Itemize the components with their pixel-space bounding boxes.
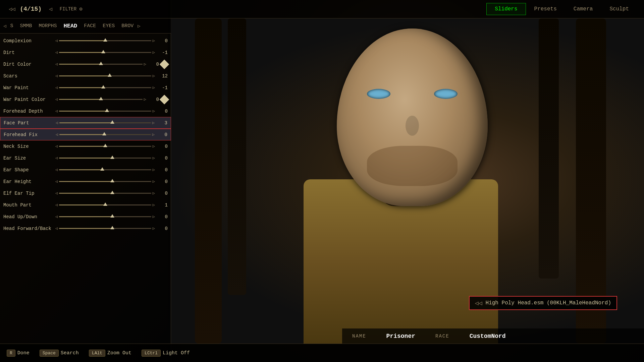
slider-left-arrow-complexion[interactable]: ◁ (55, 38, 58, 43)
slider-left-arrow-head-forwardback[interactable]: ◁ (55, 226, 58, 231)
slider-track-head-updown[interactable] (59, 216, 151, 217)
slider-track-ear-shape[interactable] (59, 169, 151, 170)
slider-label-elf-ear-tip: Elf Ear Tip (3, 191, 55, 196)
slider-left-arrow-forehead-depth[interactable]: ◁ (55, 109, 58, 114)
tab-sliders[interactable]: Sliders (486, 3, 526, 15)
slider-left-arrow-mouth-part[interactable]: ◁ (55, 202, 58, 207)
nav-tab-brov[interactable]: BROV (119, 22, 136, 30)
tab-sculpt[interactable]: Sculpt (601, 3, 637, 15)
slider-left-arrow-dirt[interactable]: ◁ (55, 50, 58, 55)
slider-right-arrow-scars[interactable]: ▷ (153, 73, 155, 78)
slider-right-arrow-dirt-color[interactable]: ▷ (144, 62, 146, 67)
slider-track-war-paint[interactable] (59, 87, 151, 88)
slider-track-mouth-part[interactable] (59, 204, 151, 205)
slider-left-arrow-ear-shape[interactable]: ◁ (55, 167, 58, 172)
slider-value-ear-height: 0 (157, 179, 168, 184)
slider-track-container-ear-height: ◁ ▷ (55, 179, 155, 184)
slider-track-ear-size[interactable] (59, 158, 151, 159)
thumb-triangle-head-forwardback (110, 226, 114, 229)
slider-right-arrow-head-forwardback[interactable]: ▷ (153, 226, 155, 231)
slider-row-war-paint: War Paint ◁ ▷ -1 (0, 82, 171, 94)
slider-track-scars[interactable] (59, 75, 151, 76)
slider-value-elf-ear-tip: 0 (157, 191, 168, 196)
slider-label-scars: Scars (3, 73, 55, 79)
slider-right-arrow-dirt[interactable]: ▷ (153, 50, 155, 55)
key-zoom-out-label: Zoom Out (107, 350, 131, 356)
slider-left-arrow-neck-size[interactable]: ◁ (55, 144, 58, 149)
slider-track-head-forwardback[interactable] (59, 228, 151, 229)
slider-right-arrow-war-paint-color[interactable]: ▷ (144, 97, 146, 102)
nav-next-arrow[interactable]: ▷ (138, 23, 140, 29)
nav-tab-eyes[interactable]: EYES (100, 22, 117, 30)
nav-tab-head[interactable]: HEAD (61, 21, 80, 31)
slider-track-dirt-color[interactable] (59, 64, 143, 65)
key-light-off-label: Light Off (163, 350, 190, 356)
slider-left-arrow-elf-ear-tip[interactable]: ◁ (55, 191, 58, 196)
thumb-triangle-elf-ear-tip (110, 191, 114, 194)
color-swatch-war-paint-color[interactable] (160, 95, 169, 104)
key-space-badge[interactable]: Space (40, 350, 59, 357)
slider-right-arrow-face-part[interactable]: ▷ (152, 120, 155, 125)
thumb-triangle-mouth-part (103, 202, 107, 206)
top-bar-right: Sliders Presets Camera Sculpt (486, 3, 644, 15)
slider-track-elf-ear-tip[interactable] (59, 193, 151, 194)
slider-right-arrow-forehead-depth[interactable]: ▷ (153, 109, 155, 114)
slider-track-ear-height[interactable] (59, 181, 151, 182)
slider-right-arrow-mouth-part[interactable]: ▷ (153, 202, 155, 207)
nav-tab-face[interactable]: FACE (81, 22, 99, 30)
slider-right-arrow-head-updown[interactable]: ▷ (153, 214, 155, 219)
slider-track-forehead-fix[interactable] (59, 134, 151, 135)
slider-track-complexion[interactable] (59, 40, 151, 41)
tab-camera[interactable]: Camera (565, 3, 601, 15)
slider-filled-dirt (59, 52, 103, 53)
slider-label-complexion: Complexion (3, 38, 55, 44)
key-lalt-badge[interactable]: LAlt (89, 350, 105, 357)
nav-prev-arrow[interactable]: ◁ (3, 23, 6, 29)
page-indicator: (4/15) (20, 6, 42, 12)
thumb-triangle-forehead-depth (105, 109, 109, 112)
slider-track-dirt[interactable] (59, 52, 151, 53)
slider-left-arrow-scars[interactable]: ◁ (55, 73, 58, 78)
slider-left-arrow-ear-size[interactable]: ◁ (55, 156, 58, 161)
filter-icon[interactable]: ⊙ (79, 6, 83, 12)
slider-left-arrow-head-updown[interactable]: ◁ (55, 214, 58, 219)
slider-right-arrow-ear-shape[interactable]: ▷ (153, 167, 155, 172)
slider-right-arrow-ear-size[interactable]: ▷ (153, 156, 155, 161)
slider-track-war-paint-color[interactable] (59, 99, 143, 100)
tooltip-text: High Poly Head.esm (00KLH_MaleHeadNord) (486, 300, 611, 306)
back-single-arrow[interactable]: ◁ (47, 5, 54, 13)
key-lctrl-badge[interactable]: LCtrl (142, 350, 161, 357)
back-arrow-btn[interactable]: ◁◁ (7, 5, 17, 13)
slider-left-arrow-face-part[interactable]: ◁ (56, 120, 58, 125)
slider-right-arrow-ear-height[interactable]: ▷ (153, 179, 155, 184)
thumb-triangle-war-paint (101, 85, 105, 88)
slider-track-neck-size[interactable] (59, 146, 151, 147)
slider-track-face-part[interactable] (59, 122, 151, 123)
slider-left-arrow-war-paint[interactable]: ◁ (55, 85, 58, 90)
slider-row-complexion: Complexion ◁ ▷ 0 (0, 35, 171, 47)
thumb-triangle-face-part (110, 120, 114, 124)
nav-tab-morphs[interactable]: MORPHS (36, 22, 59, 30)
key-r-badge[interactable]: R (7, 350, 15, 357)
slider-left-arrow-forehead-fix[interactable]: ◁ (56, 132, 58, 137)
slider-left-arrow-war-paint-color[interactable]: ◁ (55, 97, 58, 102)
slider-right-arrow-complexion[interactable]: ▷ (153, 38, 155, 43)
slider-label-neck-size: Neck Size (3, 144, 55, 149)
tab-presets[interactable]: Presets (526, 3, 565, 15)
slider-track-container-forehead-depth: ◁ ▷ (55, 109, 155, 114)
slider-right-arrow-elf-ear-tip[interactable]: ▷ (153, 191, 155, 196)
slider-left-arrow-ear-height[interactable]: ◁ (55, 179, 58, 184)
slider-filled-ear-shape (59, 169, 102, 170)
slider-track-forehead-depth[interactable] (59, 111, 151, 112)
slider-right-arrow-war-paint[interactable]: ▷ (153, 85, 155, 90)
nav-tab-smmb[interactable]: SMMB (17, 22, 35, 30)
slider-left-arrow-dirt-color[interactable]: ◁ (55, 62, 58, 67)
filter-button[interactable]: FILTER (60, 6, 76, 12)
nav-tab-s[interactable]: S (7, 22, 16, 30)
slider-right-arrow-forehead-fix[interactable]: ▷ (152, 132, 155, 137)
slider-right-arrow-neck-size[interactable]: ▷ (153, 144, 155, 149)
slider-value-forehead-fix: 0 (157, 132, 167, 137)
color-swatch-dirt-color[interactable] (160, 59, 169, 69)
slider-track-container-ear-shape: ◁ ▷ (55, 167, 155, 172)
slider-row-ear-shape: Ear Shape ◁ ▷ 0 (0, 164, 171, 176)
